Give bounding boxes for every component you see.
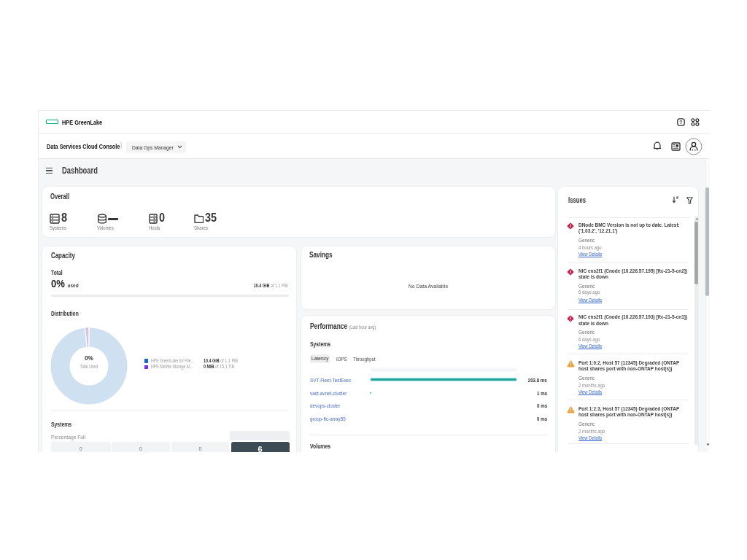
svg-text:Total Used: Total Used	[80, 364, 98, 369]
svg-text:0%: 0%	[85, 354, 93, 362]
svg-text:?: ?	[679, 119, 682, 125]
